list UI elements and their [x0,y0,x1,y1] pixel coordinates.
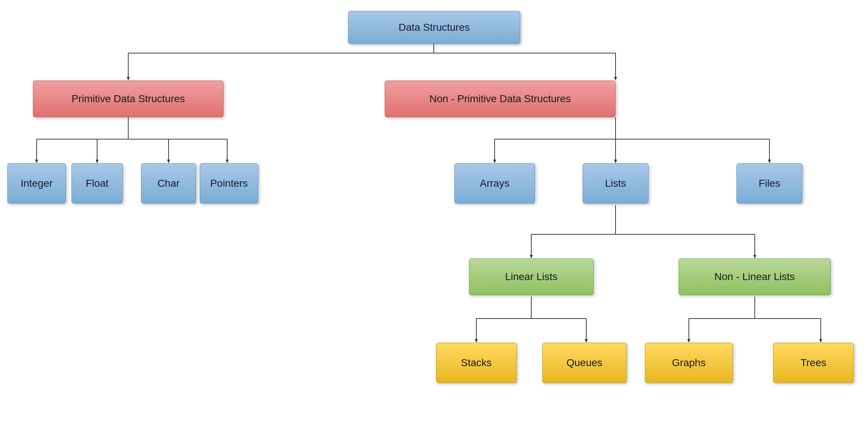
node-stacks: Stacks [436,343,517,383]
svg-marker-12 [96,160,99,163]
svg-marker-16 [226,160,229,163]
svg-marker-10 [35,160,38,163]
svg-marker-40 [687,339,690,343]
svg-marker-14 [167,160,170,163]
node-non-linear-lists: Non - Linear Lists [679,258,831,295]
node-pointers: Pointers [200,163,258,204]
node-files: Files [736,163,802,204]
svg-marker-24 [768,160,771,163]
node-char: Char [141,163,196,204]
diagram: Data Structures Primitive Data Structure… [0,0,868,439]
svg-marker-6 [614,77,617,81]
node-graphs: Graphs [645,343,733,383]
node-integer: Integer [7,163,66,204]
node-data-structures: Data Structures [348,11,520,44]
node-primitive: Primitive Data Structures [33,81,224,117]
node-trees: Trees [773,343,854,383]
node-linear-lists: Linear Lists [469,258,594,295]
svg-marker-28 [530,255,533,258]
svg-marker-3 [127,77,130,81]
svg-marker-34 [475,339,478,343]
svg-marker-36 [585,339,588,343]
node-lists: Lists [583,163,649,204]
svg-marker-42 [819,339,822,343]
svg-marker-20 [493,160,496,163]
node-arrays: Arrays [454,163,535,204]
node-non-primitive: Non - Primitive Data Structures [385,81,616,117]
svg-marker-22 [614,160,617,163]
node-float: Float [71,163,123,204]
svg-marker-30 [753,255,756,258]
node-queues: Queues [542,343,627,383]
connectors-svg [0,0,868,439]
